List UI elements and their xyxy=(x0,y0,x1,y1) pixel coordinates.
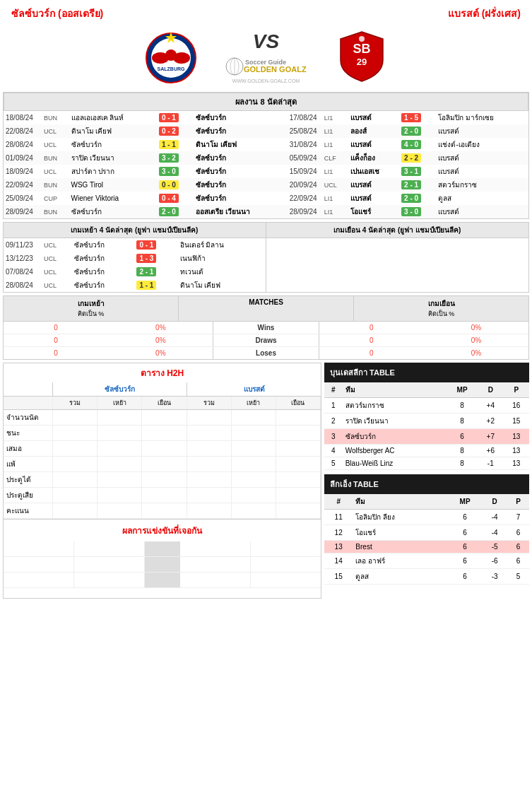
h2h-row-label: เสมอ xyxy=(4,441,53,456)
ucl-date: 07/08/24 xyxy=(4,265,42,279)
left-score: 3 - 0 xyxy=(157,165,194,178)
match-history-title: ผลการแข่งขันที่เจอกัน xyxy=(4,519,321,541)
h2h-row: คะแนน xyxy=(4,503,321,519)
right-comp: LI1 xyxy=(322,138,348,151)
left-team: ราปิด เวียนนา xyxy=(69,151,157,165)
ucl-comp: UCL xyxy=(42,238,72,252)
bundesliga-row: 1 สตวร์มกราซ 8 +4 16 xyxy=(324,398,529,414)
team-right-logo: SB 29 xyxy=(330,28,394,85)
logos-row: SALZBURG VS Soccer Guide GOLDEN GOALZ WW… xyxy=(0,24,532,89)
bundesliga-league-table: # ทีม MP D P 1 สตวร์มกราซ 8 +4 162 ราปิด… xyxy=(324,382,529,470)
h2h-data-rows: จำนวนนัด ชนะ เสมอ แพ้ ประตูได้ xyxy=(4,410,321,519)
h2h-row-label: ชนะ xyxy=(4,426,53,440)
right-date: 22/09/24 xyxy=(284,192,322,205)
left-bold-team: ซัลซ์บวร์ก xyxy=(194,111,283,124)
ucl-left: เกมเหย้า 4 นัดล่าสุด (ยูฟา แชมป์เปียนลีค… xyxy=(4,223,266,292)
recent-results-section: ผลงาน 8 นัดล่าสุด 18/08/24 BUN แอลเอเอสเ… xyxy=(3,92,529,219)
ucl-date: 09/11/23 xyxy=(4,238,42,252)
ucl-score: 2 - 1 xyxy=(134,265,177,279)
bottom-section: ตาราง H2H ซัลซ์บวร์ก แบรสต์ รวม เหย้า เย… xyxy=(3,363,529,599)
match-history-row xyxy=(4,541,321,557)
ucl-date: 13/12/23 xyxy=(4,252,42,265)
left-comp: UCL xyxy=(42,165,69,178)
left-date: 18/08/24 xyxy=(4,111,42,124)
h2h-row-label: ประตูได้ xyxy=(4,472,53,487)
right-bold-team: แบรสต์ xyxy=(348,178,399,192)
ligue1-row: 15 ตูลส 6 -3 5 xyxy=(324,569,529,585)
stat-label: Loses xyxy=(213,347,319,359)
ucl-right: เกมเยือน 4 นัดล่าสุด (ยูฟา แชมป์เปียนลีค… xyxy=(266,223,529,292)
recent-results-header: ผลงาน 8 นัดล่าสุด xyxy=(4,93,528,111)
ucl-section: เกมเหย้า 4 นัดล่าสุด (ยูฟา แชมป์เปียนลีค… xyxy=(3,222,529,293)
left-score: 1 - 1 xyxy=(157,138,194,151)
left-bold-team: ดินาโม เคียฟ xyxy=(194,138,283,151)
stat-right-pct: 0% xyxy=(424,347,528,359)
h2h-row-label: จำนวนนัด xyxy=(4,410,53,425)
stats-rows: 0 0% Wins 0 0% 0 0% Draws 0 0% 0 0% Lose… xyxy=(4,322,528,359)
left-team: แอลเอเอสเค ลินห์ xyxy=(69,111,157,124)
ucl-opp: เนนฟิก้า xyxy=(178,252,266,265)
h2h-row: เสมอ xyxy=(4,441,321,457)
stat-left-val: 0 xyxy=(4,322,108,334)
stat-left-pct: 0% xyxy=(108,334,213,346)
left-team: WSG Tirol xyxy=(69,178,157,192)
stat-label: Draws xyxy=(213,334,319,346)
h2h-section: ตาราง H2H ซัลซ์บวร์ก แบรสต์ รวม เหย้า เย… xyxy=(3,363,321,599)
bundesliga-row: 5 Blau-Weiß Linz 8 -1 13 xyxy=(324,457,529,470)
svg-point-4 xyxy=(165,49,177,61)
left-date: 18/09/24 xyxy=(4,165,42,178)
right-opp: สตวร์มกราซ xyxy=(436,178,528,192)
league-tables: บุนเดสลีกา TABLE # ทีม MP D P 1 สตวร์มกร… xyxy=(324,363,529,599)
h2h-row-label: คะแนน xyxy=(4,503,53,518)
right-score: 4 - 0 xyxy=(399,138,436,151)
right-bold-team: เปนเอสเช xyxy=(348,165,399,178)
h2h-col-headers: รวม เหย้า เยือน รวม เหย้า เยือน xyxy=(4,397,321,410)
stat-label: Wins xyxy=(213,322,319,334)
ucl-comp: UCL xyxy=(42,265,72,279)
bundesliga-row: 4 Wolfsberger AC 8 +6 13 xyxy=(324,445,529,457)
left-score: 0 - 4 xyxy=(157,192,194,205)
left-comp: UCL xyxy=(42,138,69,151)
right-opp: แช่งต์-เอเตียง xyxy=(436,138,528,151)
left-date: 28/09/24 xyxy=(4,205,42,218)
left-comp: UCL xyxy=(42,124,69,138)
stats-row: 0 0% Wins 0 0% xyxy=(4,322,528,334)
left-bold-team: ซัลซ์บวร์ก xyxy=(194,178,283,192)
right-date: 20/09/24 xyxy=(284,178,322,192)
right-bold-team: แค็งก็อง xyxy=(348,151,399,165)
right-date: 15/09/24 xyxy=(284,165,322,178)
right-date: 17/08/24 xyxy=(284,111,322,124)
ucl-comp: UCL xyxy=(42,252,72,265)
left-score: 2 - 0 xyxy=(157,205,194,218)
team-left-logo: SALZBURG xyxy=(139,28,203,85)
ucl-score: 0 - 1 xyxy=(134,238,177,252)
right-comp: LI1 xyxy=(322,124,348,138)
bundesliga-table: บุนเดสลีกา TABLE # ทีม MP D P 1 สตวร์มกร… xyxy=(324,363,529,470)
right-bold-team: ลองส์ xyxy=(348,124,399,138)
bundesliga-row: 3 ซัลซ์บวร์ก 6 +7 13 xyxy=(324,429,529,445)
ucl-left-header: เกมเหย้า 4 นัดล่าสุด (ยูฟา แชมป์เปียนลีค… xyxy=(4,223,266,238)
ligue1-row: 11 โอลิมปิก ลียง 6 -4 7 xyxy=(324,510,529,525)
left-bold-team: ซัลซ์บวร์ก xyxy=(194,192,283,205)
right-date: 25/08/24 xyxy=(284,124,322,138)
right-score: 3 - 0 xyxy=(399,205,436,218)
stat-right-pct: 0% xyxy=(424,322,528,334)
match-history-row xyxy=(4,557,321,573)
right-opp: แบรสต์ xyxy=(436,151,528,165)
h2h-row: ประตูเสีย xyxy=(4,488,321,503)
right-opp: โอลิมปิก มาร์กเซย xyxy=(436,111,528,124)
stats-header: เกมเหย้าคิดเป็น % MATCHES เกมเยือนคิดเป็… xyxy=(4,296,528,322)
left-bold-team: ซัลซ์บวร์ก xyxy=(194,151,283,165)
ucl-opp: ดินาโม เคียฟ xyxy=(178,279,266,292)
right-comp: LI1 xyxy=(322,192,348,205)
h2h-salzburg-label: ซัลซ์บวร์ก xyxy=(53,382,187,397)
right-opp: ตูลส xyxy=(436,192,528,205)
h2h-team-headers: ซัลซ์บวร์ก แบรสต์ xyxy=(4,382,321,397)
stat-left-val: 0 xyxy=(4,347,108,359)
stat-right-val: 0 xyxy=(319,334,424,346)
h2h-row-label: ประตูเสีย xyxy=(4,488,53,503)
svg-text:29: 29 xyxy=(356,57,366,67)
right-date: 31/08/24 xyxy=(284,138,322,151)
ucl-team: ซัลซ์บวร์ก xyxy=(72,252,134,265)
right-bold-team: โอแชร์ xyxy=(348,205,399,218)
